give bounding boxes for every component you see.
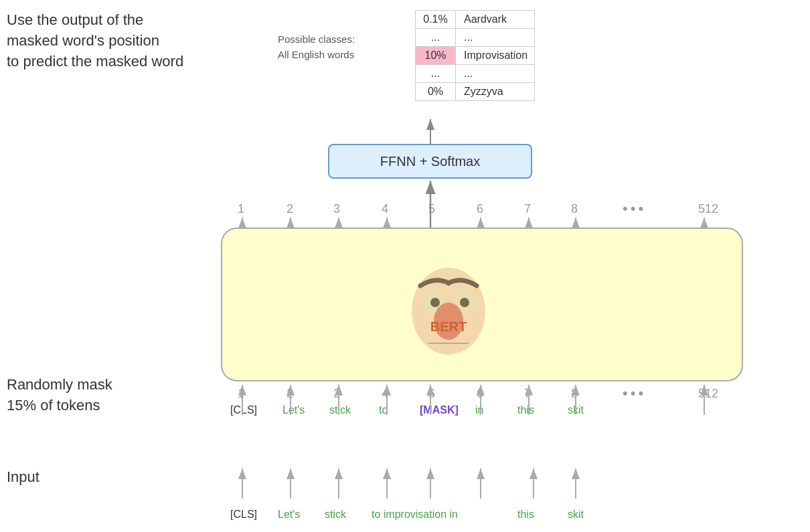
bot-dots: ••• — [623, 385, 646, 402]
bot-num-1: 1 — [238, 387, 244, 401]
bot-num-8: 8 — [571, 387, 578, 401]
top-num-8: 8 — [571, 202, 578, 216]
prob-cell: 10% — [416, 47, 456, 65]
top-num-7: 7 — [524, 202, 531, 216]
token-cls: [CLS] — [230, 404, 257, 416]
bert-face: BERT — [395, 238, 502, 358]
description-top: Use the output of the masked word's posi… — [7, 10, 183, 72]
ffnn-label: FFNN + Softmax — [380, 154, 480, 169]
possible-classes-label: Possible classes: All English words — [278, 32, 355, 62]
svg-point-4 — [460, 298, 469, 307]
bot-num-3: 3 — [333, 387, 340, 401]
svg-point-3 — [430, 298, 440, 307]
top-num-5: 5 — [428, 202, 435, 216]
token-skit: skit — [568, 404, 584, 416]
token-in: in — [475, 404, 483, 416]
input-cls: [CLS] — [230, 509, 257, 521]
bot-num-4: 4 — [382, 387, 388, 401]
input-label: Input — [7, 468, 39, 486]
input-lets: Let's — [278, 509, 300, 521]
prob-cell: ... — [416, 29, 456, 47]
token-stick: stick — [329, 404, 351, 416]
token-this: this — [517, 404, 534, 416]
bot-num-512: 512 — [698, 387, 718, 401]
bot-num-5: 5 — [428, 387, 435, 401]
description-bottom: Randomly mask 15% of tokens — [7, 375, 112, 416]
prob-cell: 0% — [416, 83, 456, 101]
word-cell: ... — [456, 65, 535, 83]
word-cell: Aardvark — [456, 11, 535, 29]
top-dots: ••• — [623, 200, 646, 217]
top-num-1: 1 — [238, 202, 244, 216]
svg-text:BERT: BERT — [430, 319, 467, 334]
prob-cell: ... — [416, 65, 456, 83]
token-lets: Let's — [282, 404, 305, 416]
input-skit: skit — [568, 509, 584, 521]
input-to-improv: to improvisation in — [372, 509, 458, 521]
ffnn-box: FFNN + Softmax — [328, 144, 532, 179]
prob-cell: 0.1% — [416, 11, 456, 29]
top-num-4: 4 — [382, 202, 388, 216]
bot-num-2: 2 — [287, 387, 293, 401]
output-table: 0.1%Aardvark......10%Improvisation......… — [415, 10, 535, 101]
bot-num-7: 7 — [524, 387, 531, 401]
top-num-3: 3 — [333, 202, 340, 216]
top-num-512: 512 — [698, 202, 718, 216]
word-cell: Improvisation — [456, 47, 535, 65]
token-mask: [MASK] — [420, 404, 459, 416]
input-stick: stick — [325, 509, 346, 521]
bot-num-6: 6 — [477, 387, 483, 401]
input-this: this — [517, 509, 534, 521]
word-cell: ... — [456, 29, 535, 47]
top-num-2: 2 — [287, 202, 293, 216]
word-cell: Zyzzyva — [456, 83, 535, 101]
token-to: to — [379, 404, 388, 416]
top-num-6: 6 — [477, 202, 483, 216]
